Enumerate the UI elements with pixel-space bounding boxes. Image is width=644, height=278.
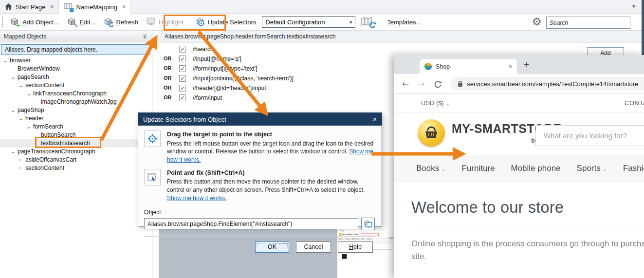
new-tab-button[interactable]: +: [524, 60, 529, 69]
pencil-badge-icon: ✎: [74, 23, 78, 28]
tree-item-pageSearch[interactable]: ⌄pageSearch: [0, 73, 151, 81]
tree-item-label: header: [25, 115, 43, 122]
tree-item-textboxInstasearch[interactable]: textboxInstasearch: [0, 139, 151, 147]
url-bar[interactable]: services.smartbear.com/samples/TestCompl…: [451, 77, 644, 91]
tree-item-label: pageShop: [18, 107, 44, 113]
expander-open-icon[interactable]: ⌄: [18, 115, 25, 121]
cancel-button[interactable]: Cancel: [296, 241, 331, 253]
expander-closed-icon[interactable]: ›: [18, 165, 25, 171]
store-nav: Books⌄FurnitureMobile phoneSports⌄Fashio…: [394, 155, 644, 182]
expander-open-icon[interactable]: ⌄: [18, 82, 25, 88]
close-icon[interactable]: ×: [122, 3, 126, 10]
map-refresh-icon[interactable]: [360, 16, 375, 28]
expander-open-icon[interactable]: ⌄: [26, 124, 33, 130]
tree-item-browser[interactable]: ⌄browser: [0, 56, 151, 64]
nav-item-furniture[interactable]: Furniture: [461, 164, 495, 173]
nav-item-mobile-phone[interactable]: Mobile phone: [511, 164, 561, 173]
store-logo-icon[interactable]: [418, 119, 445, 147]
help-button[interactable]: Help: [338, 241, 373, 253]
tree-item-sectionContent[interactable]: ›sectionContent: [0, 164, 151, 172]
tree-item-BrowserWindow[interactable]: BrowserWindow: [0, 64, 151, 73]
forward-icon[interactable]: →: [418, 79, 424, 89]
nav-item-books[interactable]: Books⌄: [416, 164, 445, 173]
dialog-title-bar[interactable]: Update Selectors from Object ×: [138, 113, 382, 126]
configuration-select[interactable]: Default Configuration ▾: [262, 16, 355, 28]
tree-item-imageChronographWatchJpg[interactable]: imageChronographWatchJpg: [0, 97, 151, 106]
selector-checkbox[interactable]: ✓: [179, 94, 186, 101]
mapped-objects-panel: Mapped Objects ≫ Aliases. Drag mapped ob…: [0, 31, 152, 278]
close-icon[interactable]: ×: [50, 3, 54, 10]
close-icon[interactable]: ×: [508, 63, 512, 70]
highlight-button[interactable]: Highlight: [142, 15, 187, 29]
tab-start-page[interactable]: Start Page ×: [0, 0, 58, 14]
selector-text[interactable]: //form/input: [193, 94, 222, 101]
selector-checkbox[interactable]: ✓: [179, 56, 186, 62]
tree-item-label: sectionContent: [25, 165, 64, 171]
show-how-link[interactable]: Show me how it works.: [167, 195, 227, 202]
expander-open-icon[interactable]: ⌄: [11, 107, 18, 113]
tree-item-formSearch[interactable]: ⌄formSearch: [0, 122, 151, 130]
store-search-input[interactable]: [535, 125, 644, 146]
collapse-panel-icon[interactable]: ≫: [142, 34, 148, 39]
tree-item-asideOffcanvasCart[interactable]: ›asideOffcanvasCart: [0, 155, 151, 164]
reload-icon[interactable]: [434, 80, 442, 88]
tree-item-buttonSearch[interactable]: buttonSearch: [0, 130, 151, 139]
back-icon[interactable]: ←: [402, 79, 409, 89]
object-label: Object:: [144, 209, 163, 216]
drag-target-button[interactable]: [144, 130, 161, 147]
tree-item-sectionContent[interactable]: ⌄sectionContent: [0, 81, 151, 89]
ok-button[interactable]: OK: [255, 241, 289, 253]
expander-open-icon[interactable]: ⌄: [11, 148, 18, 154]
store-main: Welcome to our store Online shopping is …: [394, 182, 644, 263]
nav-item-fashion[interactable]: Fashion⌄SALE: [623, 164, 644, 173]
expander-open-icon[interactable]: ⌄: [26, 91, 33, 96]
point-and-fix-button[interactable]: [144, 169, 161, 185]
selector-text[interactable]: #search: [193, 46, 214, 53]
selector-checkbox[interactable]: ✓: [179, 85, 186, 92]
toolbar-grip[interactable]: [2, 17, 3, 27]
contact-link[interactable]: CONTACT: [625, 99, 644, 107]
nav-item-label: Fashion: [623, 164, 644, 173]
tree-item-header[interactable]: ⌄header: [0, 114, 151, 122]
tab-overflow-arrow[interactable]: ▾: [632, 3, 635, 10]
tree-item-linkTransoceanChronograph[interactable]: ⌄linkTransoceanChronograph: [0, 89, 151, 97]
gear-icon[interactable]: ⚙: [532, 16, 542, 28]
store-header: MY-SMARTSTORE buy with a smile: [394, 112, 644, 155]
selector-text[interactable]: //input[@name='q']: [193, 56, 241, 62]
tab-namemapping[interactable]: NameMapping ×: [58, 0, 131, 14]
tab-label: Start Page: [16, 3, 45, 11]
close-icon[interactable]: ×: [373, 115, 377, 123]
highlight-label: Highlight: [159, 19, 184, 26]
selector-text[interactable]: //header[@id='header']/input: [193, 85, 266, 92]
expander-open-icon[interactable]: ⌄: [11, 74, 18, 80]
tree-item-pageTransoceanChronograph[interactable]: ⌄pageTransoceanChronograph: [0, 147, 151, 155]
ide-search-input[interactable]: [547, 19, 629, 26]
expander-open-icon[interactable]: ⌄: [3, 57, 10, 63]
point-section-heading: Point and fix (Shift+Ctrl+A): [167, 169, 375, 178]
selector-text[interactable]: //input[contains(@class, 'search-term')]: [193, 75, 294, 82]
dialog-divider: [144, 236, 375, 237]
thumb-product-card: [351, 253, 362, 260]
selector-checkbox[interactable]: ✓: [179, 75, 186, 82]
object-input[interactable]: [144, 218, 358, 229]
add-object-button[interactable]: ＋ Add Object...: [6, 15, 63, 29]
selector-path-bar: Aliases.browser.pageShop.header.formSear…: [159, 31, 642, 43]
refresh-button[interactable]: Refresh: [99, 15, 142, 29]
selector-checkbox[interactable]: ✓: [179, 65, 186, 72]
templates-button[interactable]: Templates...: [383, 17, 425, 28]
selector-text[interactable]: //form/input[@type='text']: [193, 65, 258, 72]
browser-window: Shop × + ← → services.smartbear.com/samp…: [394, 55, 644, 278]
url-text: services.smartbear.com/samples/TestCompl…: [467, 80, 639, 88]
expander-closed-icon[interactable]: ›: [18, 156, 25, 163]
tree-item-pageShop[interactable]: ⌄pageShop: [0, 106, 151, 114]
edit-button[interactable]: ✎ Edit...: [63, 15, 99, 29]
add-object-label: Add Object...: [22, 19, 59, 26]
update-selectors-button[interactable]: Update Selectors: [191, 15, 260, 29]
currency-select[interactable]: USD ($) ⌄: [421, 99, 450, 107]
browser-tab-strip: Shop × +: [394, 55, 644, 74]
nav-item-sports[interactable]: Sports⌄: [577, 164, 607, 173]
highlight-object-button[interactable]: [361, 218, 375, 230]
browser-tab-shop[interactable]: Shop ×: [420, 59, 517, 74]
cube-add-icon: ＋: [10, 17, 19, 27]
selector-checkbox[interactable]: ✓: [179, 46, 186, 53]
